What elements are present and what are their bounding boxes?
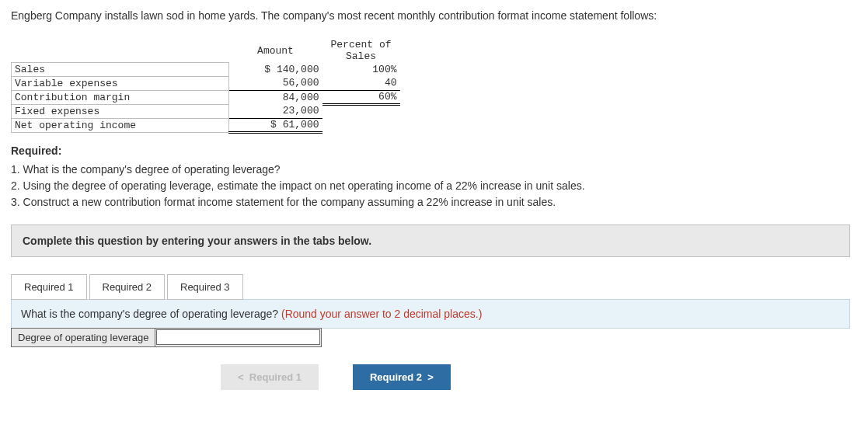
table-row: Contribution margin 84,000 60%: [12, 90, 400, 104]
table-row: Sales $ 140,000 100%: [12, 62, 400, 76]
row-label-fixed: Fixed expenses: [12, 104, 229, 118]
row-percent: [322, 118, 400, 132]
row-percent: 100%: [322, 62, 400, 76]
row-label-cm: Contribution margin: [12, 90, 229, 104]
question-strip: What is the company's degree of operatin…: [11, 299, 850, 329]
tab-required-3[interactable]: Required 3: [167, 274, 243, 300]
required-item-3: 3. Construct a new contribution format i…: [11, 194, 857, 211]
row-amount: 56,000: [229, 76, 322, 90]
table-row: Variable expenses 56,000 40: [12, 76, 400, 90]
row-percent: [322, 104, 400, 118]
prev-label: Required 1: [249, 371, 302, 383]
question-text: What is the company's degree of operatin…: [21, 308, 281, 320]
tab-required-1[interactable]: Required 1: [11, 274, 87, 300]
tab-required-2[interactable]: Required 2: [89, 274, 166, 300]
required-heading: Required:: [11, 144, 857, 157]
row-label-noi: Net operating income: [12, 118, 229, 132]
next-button[interactable]: Required 2 >: [353, 364, 451, 390]
intro-text: Engberg Company installs lawn sod in hom…: [11, 9, 857, 22]
table-row: Net operating income $ 61,000: [12, 118, 400, 132]
prev-button[interactable]: < Required 1: [221, 364, 319, 390]
question-hint: (Round your answer to 2 decimal places.): [281, 308, 482, 320]
chevron-right-icon: >: [427, 371, 434, 383]
row-amount: $ 61,000: [229, 118, 322, 132]
chevron-left-icon: <: [238, 371, 244, 383]
row-amount: 84,000: [229, 90, 322, 104]
row-percent: 40: [322, 76, 400, 90]
table-row: Fixed expenses 23,000: [12, 104, 400, 118]
next-label: Required 2: [370, 371, 422, 383]
required-list: 1. What is the company's degree of opera…: [11, 162, 857, 211]
col-header-percent: Percent of Sales: [322, 39, 400, 62]
row-percent: 60%: [322, 90, 400, 104]
row-amount: $ 140,000: [229, 62, 322, 76]
required-item-1: 1. What is the company's degree of opera…: [11, 162, 857, 178]
row-amount: 23,000: [229, 104, 322, 118]
required-item-2: 2. Using the degree of operating leverag…: [11, 178, 857, 194]
answer-label: Degree of operating leverage: [12, 329, 155, 346]
income-statement-table: Amount Percent of Sales Sales $ 140,000 …: [11, 39, 400, 134]
tabs: Required 1 Required 2 Required 3: [11, 274, 857, 300]
answer-input[interactable]: [156, 329, 320, 345]
row-label-sales: Sales: [12, 62, 229, 76]
row-label-varexp: Variable expenses: [12, 76, 229, 90]
col-header-amount: Amount: [229, 39, 322, 62]
answer-row: Degree of operating leverage: [11, 328, 322, 347]
pager: < Required 1 Required 2 >: [221, 364, 857, 390]
instruction-note: Complete this question by entering your …: [11, 224, 850, 257]
